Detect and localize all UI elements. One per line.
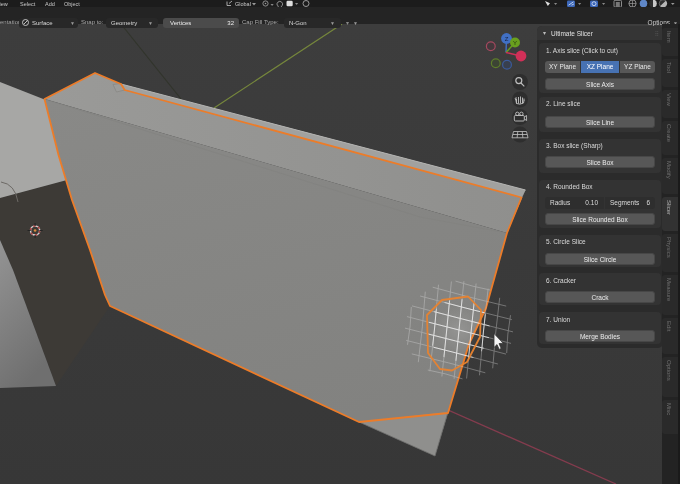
svg-text:Global: Global <box>235 1 251 7</box>
svg-text:Y: Y <box>513 40 517 46</box>
svg-text:Z: Z <box>505 36 509 42</box>
